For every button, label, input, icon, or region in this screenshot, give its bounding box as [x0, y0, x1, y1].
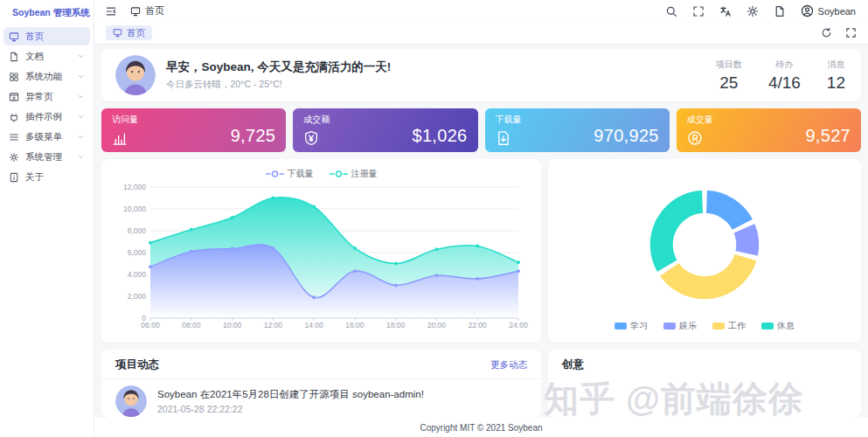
svg-text:16:00: 16:00 — [345, 321, 365, 329]
sidebar-item-functions[interactable]: 系统功能 — [3, 67, 90, 86]
sidebar-item-label: 关于 — [25, 171, 85, 184]
avatar-icon — [801, 4, 814, 17]
legend-label: 工作 — [728, 320, 746, 332]
sidebar-item-plugins[interactable]: 插件示例 — [3, 108, 90, 126]
svg-text:06:00: 06:00 — [141, 321, 160, 329]
app-logo[interactable]: Soybean 管理系统 — [0, 0, 94, 25]
legend-swatch-icon — [663, 323, 676, 329]
sidebar-item-home[interactable]: 首页 — [3, 27, 90, 45]
bottom-row: 项目动态 更多动态 Soybean 在2021年5月28日创建了开源项目 soy… — [101, 350, 861, 418]
project-news-title: 项目动态 — [115, 357, 159, 372]
legend-label: 休息 — [777, 320, 795, 332]
tab-label: 首页 — [127, 27, 145, 39]
tab-home[interactable]: 首页 — [106, 25, 152, 40]
error-page-icon — [9, 92, 19, 102]
charts-row: 下载量注册量 02,0004,0006,0008,00010,00012,000… — [101, 159, 861, 343]
document-icon — [774, 5, 786, 17]
user-menu[interactable]: Soybean — [801, 4, 856, 17]
chevron-down-icon — [77, 93, 85, 101]
refresh-icon — [821, 27, 832, 38]
user-avatar — [115, 55, 156, 95]
legend-item[interactable]: 下载量 — [266, 168, 314, 180]
monitor-icon — [113, 28, 122, 38]
stat-label: 项目数 — [716, 59, 742, 71]
monitor-icon — [130, 6, 141, 17]
monitor-icon — [113, 28, 122, 38]
svg-text:4,000: 4,000 — [128, 270, 147, 279]
greeting-stat: 消息12 — [827, 59, 845, 93]
tabbar: 首页 — [94, 22, 868, 44]
fullscreen-button[interactable] — [692, 5, 705, 17]
cartoon-avatar-image — [115, 55, 156, 95]
legend-item[interactable]: 学习 — [615, 320, 648, 332]
avatar-icon — [801, 4, 814, 17]
legend-label: 下载量 — [288, 168, 314, 180]
search-icon — [665, 5, 677, 17]
theme-icon — [746, 5, 759, 17]
sidebar-item-exception[interactable]: 异常页 — [3, 87, 90, 106]
stat-card: 成交额$1,026 — [293, 108, 477, 152]
svg-text:2,000: 2,000 — [128, 292, 147, 301]
settings-icon — [9, 152, 19, 163]
chevron-down-icon — [77, 133, 85, 141]
breadcrumb[interactable]: 首页 — [130, 4, 164, 17]
sidebar-item-label: 首页 — [25, 31, 85, 43]
refresh-button[interactable] — [821, 27, 832, 38]
legend-item[interactable]: 休息 — [761, 320, 795, 332]
project-news-card: 项目动态 更多动态 Soybean 在2021年5月28日创建了开源项目 soy… — [101, 350, 541, 418]
svg-text:10:00: 10:00 — [223, 321, 242, 329]
stat-card-label: 下载量 — [496, 114, 659, 126]
svg-text:24:00: 24:00 — [509, 321, 528, 329]
legend-marker-icon — [330, 170, 348, 177]
greeting-stat: 待办4/16 — [768, 59, 801, 93]
cartoon-avatar-image — [115, 385, 147, 417]
chevron-down-icon — [77, 52, 85, 60]
money-shield-icon — [303, 130, 319, 146]
theme-button[interactable] — [746, 5, 759, 17]
legend-swatch-icon — [761, 323, 774, 329]
fullscreen-button[interactable] — [845, 27, 857, 38]
monitor-icon — [130, 6, 141, 17]
stat-card-value: 9,527 — [805, 126, 851, 146]
svg-text:14:00: 14:00 — [304, 321, 323, 329]
sidebar-item-multi-menu[interactable]: 多级菜单 — [3, 128, 90, 146]
pie-chart-card: 学习娱乐工作休息 — [548, 159, 861, 343]
sidebar-item-label: 系统功能 — [25, 71, 71, 83]
registered-icon — [687, 130, 703, 146]
greeting-title: 早安，Soybean, 今天又是充满活力的一天! — [166, 59, 705, 75]
news-avatar — [115, 385, 147, 417]
legend-label: 注册量 — [351, 168, 378, 180]
settings-icon — [9, 152, 19, 163]
sidebar-item-label: 系统管理 — [25, 151, 71, 163]
menu-fold-button[interactable] — [105, 5, 117, 17]
svg-text:08:00: 08:00 — [182, 321, 201, 329]
sidebar-item-about[interactable]: 关于 — [3, 168, 90, 186]
chevron-down-icon — [77, 153, 85, 161]
stat-card: 成交量9,527 — [677, 108, 861, 152]
language-button[interactable] — [719, 5, 732, 17]
greeting-stat: 项目数25 — [716, 59, 742, 93]
sidebar-item-docs[interactable]: 文档 — [3, 47, 90, 66]
more-news-link[interactable]: 更多动态 — [490, 359, 527, 371]
svg-text:22:00: 22:00 — [469, 321, 488, 329]
svg-text:8,000: 8,000 — [128, 226, 147, 235]
stat-card-label: 成交额 — [303, 114, 467, 126]
legend-item[interactable]: 注册量 — [330, 168, 378, 180]
chevron-down-icon — [77, 93, 85, 101]
about-icon — [9, 172, 19, 183]
chevron-down-icon — [77, 52, 85, 60]
creativity-card: 创意 — [548, 350, 861, 418]
registered-icon — [687, 130, 703, 146]
legend-item[interactable]: 工作 — [712, 320, 746, 332]
language-icon — [719, 5, 732, 17]
legend-item[interactable]: 娱乐 — [663, 320, 697, 332]
stat-label: 待办 — [768, 59, 801, 71]
stat-card: 下载量970,925 — [485, 108, 670, 152]
stat-value: 4/16 — [768, 73, 801, 93]
sidebar-item-system-admin[interactable]: 系统管理 — [3, 148, 90, 166]
search-button[interactable] — [665, 5, 677, 17]
monitor-icon — [9, 31, 19, 42]
greeting-stats: 项目数25待办4/16消息12 — [716, 59, 847, 93]
document-button[interactable] — [774, 5, 786, 17]
download-file-icon — [496, 130, 511, 146]
